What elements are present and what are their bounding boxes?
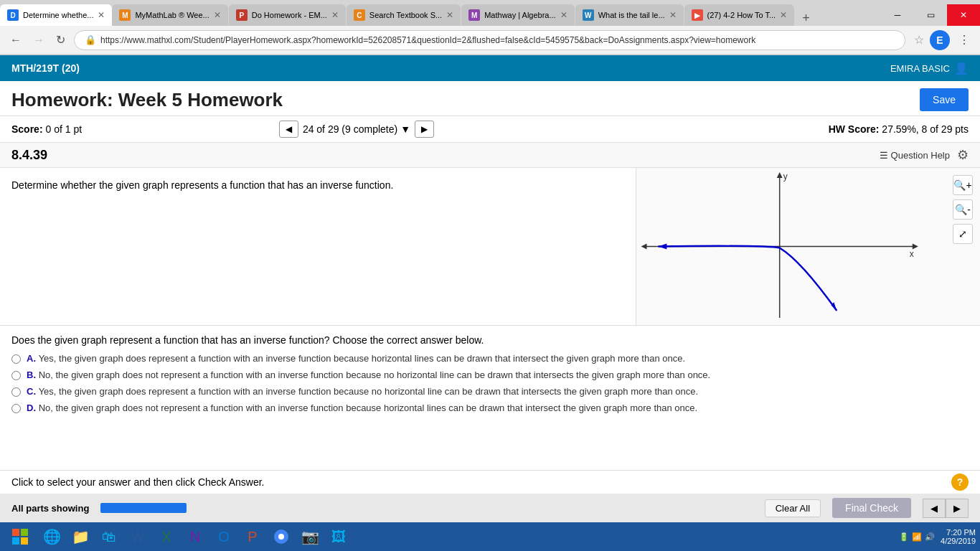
user-name: EMIRA BASIC [890,63,950,74]
taskbar-outlook-icon[interactable]: O [211,525,237,548]
tab-3-favicon: P [236,9,248,21]
svg-text:y: y [783,171,788,182]
option-c[interactable]: C. Yes, the given graph does represent a… [11,386,969,397]
clear-all-button[interactable]: Clear All [765,499,821,517]
user-avatar[interactable]: E [930,30,950,50]
tab-6-favicon: W [583,9,594,21]
bookmark-icon[interactable]: ☆ [914,33,924,47]
option-a[interactable]: A. Yes, the given graph does represent a… [11,353,969,364]
taskbar-excel-icon[interactable]: X [154,525,179,548]
tab-3-close[interactable]: ✕ [331,10,339,20]
option-d-radio[interactable] [11,404,21,413]
taskbar-camera-icon[interactable]: 📷 [297,525,323,548]
tab-5-close[interactable]: ✕ [560,10,567,20]
prev-question-button[interactable]: ◀ [279,121,298,138]
bottom-prev-button[interactable]: ◀ [923,499,946,518]
option-b-label[interactable]: B. No, the given graph does not represen… [27,369,710,380]
browser-chrome: D Determine whethe... ✕ M MyMathLab ® We… [0,0,980,55]
taskbar-chrome-icon[interactable] [268,525,294,548]
hw-score: HW Score: 27.59%, 8 of 29 pts [829,123,969,135]
option-c-radio[interactable] [11,387,21,397]
url-text: https://www.mathxl.com/Student/PlayerHom… [100,35,895,45]
windows-icon [11,528,29,545]
maximize-button[interactable]: ▭ [914,4,947,26]
save-button[interactable]: Save [920,88,969,111]
taskbar-photo-icon[interactable]: 🖼 [326,525,352,548]
question-nav[interactable]: 24 of 29 (9 complete) ▼ [303,123,410,135]
menu-button[interactable]: ⋮ [956,30,973,50]
final-check-button[interactable]: Final Check [832,498,911,518]
taskbar-ie-icon[interactable]: 🌐 [39,525,65,548]
url-bar[interactable]: 🔒 https://www.mathxl.com/Student/PlayerH… [74,30,905,50]
tab-1-close[interactable]: ✕ [98,10,105,20]
option-b[interactable]: B. No, the given graph does not represen… [11,369,969,380]
taskbar-folder-icon[interactable]: 📁 [67,525,93,548]
score-value: 0 of 1 pt [45,123,82,135]
tab-5-favicon: M [468,9,480,21]
app-header: MTH/219T (20) EMIRA BASIC 👤 [0,55,980,81]
taskbar-onenote-icon[interactable]: N [182,525,208,548]
tab-bar: D Determine whethe... ✕ M MyMathLab ® We… [0,0,980,26]
taskbar: 🌐 📁 🛍 W X N O P 📷 🖼 🔋 📶 🔊 7:20 PM 4/29/2… [0,522,980,551]
question-help-button[interactable]: ☰ Question Help [880,150,950,161]
option-d[interactable]: D. No, the given graph does not represen… [11,402,969,413]
svg-rect-10 [21,529,28,536]
close-button[interactable]: ✕ [947,4,980,26]
tab-7[interactable]: ▶ (27) 4-2 How To T... ✕ [684,4,795,26]
option-a-label[interactable]: A. Yes, the given graph does represent a… [27,353,685,364]
minimize-button[interactable]: ─ [881,4,914,26]
taskbar-powerpoint-icon[interactable]: P [240,525,265,548]
window-controls: ─ ▭ ✕ [881,4,980,26]
tab-6[interactable]: W What is the tail le... ✕ [575,4,684,26]
option-a-radio[interactable] [11,354,21,364]
tab-7-close[interactable]: ✕ [780,10,787,20]
taskbar-word-icon[interactable]: W [125,525,151,548]
option-d-label[interactable]: D. No, the given graph does not represen… [27,402,697,413]
reload-button[interactable]: ↻ [53,30,68,50]
tab-6-close[interactable]: ✕ [669,10,677,20]
settings-icon[interactable]: ⚙ [957,147,969,163]
tab-3-title: Do Homework - EM... [252,11,327,19]
hint-icon[interactable]: ? [951,474,969,491]
nav-controls: ◀ 24 of 29 (9 complete) ▼ ▶ [279,121,434,138]
graph-area: y x 🔍+ 🔍- ⤢ [636,168,980,325]
tab-2[interactable]: M MyMathLab ® Wee... ✕ [112,4,227,26]
clock-time: 7:20 PM [941,528,976,537]
tab-4-close[interactable]: ✕ [446,10,453,20]
taskbar-store-icon[interactable]: 🛍 [96,525,122,548]
expand-button[interactable]: ⤢ [953,224,973,244]
question-nav-text: 24 of 29 (9 complete) [303,123,397,135]
tab-6-title: What is the tail le... [598,11,665,19]
question-tools: ☰ Question Help ⚙ [880,147,969,163]
start-button[interactable] [4,525,36,548]
new-tab-button[interactable]: + [795,11,817,26]
click-hint: Click to select your answer and then cli… [11,476,265,488]
bottom-next-button[interactable]: ▶ [946,499,969,518]
tab-4[interactable]: C Search Textbook S... ✕ [347,4,461,26]
svg-point-14 [278,534,284,540]
option-b-radio[interactable] [11,371,21,380]
tab-2-title: MyMathLab ® Wee... [135,11,209,19]
tab-2-close[interactable]: ✕ [214,10,221,20]
taskbar-right: 🔋 📶 🔊 7:20 PM 4/29/2019 [899,528,976,545]
zoom-in-button[interactable]: 🔍+ [953,175,973,195]
option-c-text: Yes, the given graph does represent a fu… [39,386,699,397]
tab-1[interactable]: D Determine whethe... ✕ [0,4,112,26]
zoom-out-button[interactable]: 🔍- [953,199,973,220]
battery-icon: 🔋 [899,532,909,542]
tab-5[interactable]: M Mathway | Algebra... ✕ [461,4,574,26]
forward-button[interactable]: → [30,31,47,50]
parts-bar: All parts showing Clear All Final Check … [0,494,980,522]
back-button[interactable]: ← [7,31,24,50]
option-c-label[interactable]: C. Yes, the given graph does represent a… [27,386,698,397]
score-text: Score: 0 of 1 pt [11,123,82,135]
option-d-text: No, the given graph does not represent a… [39,402,698,413]
answer-section: Does the given graph represent a functio… [0,326,980,428]
tab-2-favicon: M [119,9,131,21]
tab-7-title: (27) 4-2 How To T... [707,11,776,19]
answer-question: Does the given graph represent a functio… [11,334,969,346]
next-question-button[interactable]: ▶ [415,121,434,138]
speaker-icon: 🔊 [925,532,935,542]
tab-3[interactable]: P Do Homework - EM... ✕ [229,4,346,26]
tab-1-title: Determine whethe... [23,11,93,19]
